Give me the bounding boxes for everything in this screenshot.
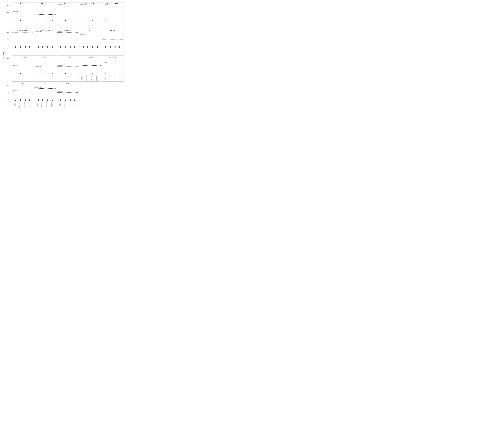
- chart-area-11: SOTA=0.390.270.260.280.32: [35, 58, 56, 74]
- x-label-17-1: 1000G (500M): [64, 102, 67, 108]
- y-axis-10: 1.00.50.0: [7, 58, 9, 74]
- sota-label-16: SOTA=0.76: [35, 87, 41, 88]
- x-label-15-0: Human ref (500M): [14, 102, 17, 108]
- chart-cell-12: H3K4me3SOTA=0.460.240.240.310.41: [57, 55, 79, 82]
- chart-title-16: H4: [35, 83, 56, 84]
- bars-container-14: 0.570.560.570.62: [102, 58, 123, 74]
- chart-area-1: SOTA=0.40.430.40.430.44: [35, 5, 56, 20]
- chart-cell-2: Promoter allSOTA=0.960.950.950.960.98: [57, 2, 79, 28]
- bar-label-11-3: 0.32: [51, 72, 54, 73]
- chart-area-2: SOTA=0.960.950.950.960.98: [57, 5, 78, 20]
- sota-label-9: SOTA=0.51: [103, 37, 108, 38]
- sota-line-9: [102, 39, 123, 39]
- chart-cell-5: Splice site all1.00.50.0SOTA=0.960.970.9…: [12, 29, 34, 55]
- sota-line-2: [57, 6, 78, 6]
- bars-container-2: 0.950.950.960.98: [57, 5, 78, 20]
- bar-label-5-3: 0.98: [28, 46, 32, 47]
- bar-label-17-2: 0.41: [68, 99, 72, 100]
- bar-label-13-0: 0.45: [81, 72, 85, 73]
- chart-cell-8: H3SOTA=0.730.720.740.750.79: [79, 29, 101, 55]
- chart-cell-1: Enhancer typesSOTA=0.40.430.40.430.44: [34, 2, 56, 28]
- bar-label-6-0: 0.96: [36, 46, 40, 47]
- bar-label-7-1: 0.97: [64, 46, 67, 47]
- bar-label-12-1: 0.24: [64, 72, 67, 73]
- bar-label-3-0: 0.94: [81, 19, 85, 20]
- sota-label-8: SOTA=0.73: [80, 34, 86, 35]
- bar-label-12-3: 0.41: [73, 72, 76, 73]
- y-axis-0: 1.00.50.0: [7, 5, 9, 20]
- chart-cell-11: H3K4me2SOTA=0.390.270.260.280.32: [34, 55, 56, 82]
- bar-label-5-1: 0.97: [19, 46, 22, 47]
- bar-label-17-0: 0.33: [59, 99, 62, 100]
- chart-cell-13: H3K36me3SOTA=0.540.450.470.530.62Human r…: [79, 55, 101, 82]
- chart-title-12: H3K4me3: [57, 56, 78, 58]
- y-axis-title: Performance: [2, 52, 4, 59]
- y-axis-15: 1.00.50.0: [7, 85, 9, 100]
- chart-title-15: H3K9ac: [12, 83, 33, 84]
- x-label-15-1: 1000G (500M): [19, 102, 22, 108]
- sota-label-14: SOTA=0.65: [103, 62, 108, 63]
- bars-container-3: 0.940.940.960.96: [80, 5, 101, 20]
- bar-label-3-2: 0.96: [91, 19, 94, 20]
- bar-label-14-3: 0.62: [118, 72, 121, 73]
- bar-label-12-2: 0.31: [68, 72, 72, 73]
- bar-label-9-3: 0.54: [118, 46, 121, 47]
- bars-container-5: 0.970.970.980.98: [12, 32, 33, 47]
- bar-label-14-0: 0.57: [104, 72, 107, 73]
- bar-label-16-1: 0.76: [41, 99, 45, 100]
- bar-label-8-2: 0.75: [91, 46, 94, 47]
- bar-label-14-2: 0.57: [113, 72, 117, 73]
- bars-container-15: 0.450.480.490.55: [12, 85, 33, 100]
- chart-cell-9: H3K14acSOTA=0.510.370.380.450.54: [102, 29, 124, 55]
- chart-cell-0: Enhancer1.00.50.0SOTA=0.510.50.510.550.5…: [12, 2, 34, 28]
- x-label-17-0: Human ref (500M): [59, 102, 62, 108]
- chart-area-13: SOTA=0.540.450.470.530.62: [80, 58, 101, 74]
- bar-label-4-0: 0.95: [104, 19, 107, 20]
- bar-label-8-0: 0.72: [81, 46, 85, 47]
- chart-grid: Enhancer1.00.50.0SOTA=0.510.50.510.550.5…: [6, 2, 124, 108]
- bar-label-11-2: 0.28: [46, 72, 49, 73]
- bars-container-13: 0.450.470.530.62: [80, 58, 101, 74]
- bar-label-17-1: 0.34: [64, 99, 67, 100]
- sota-line-8: [80, 36, 101, 36]
- chart-area-16: SOTA=0.760.750.760.790.81: [35, 85, 56, 100]
- chart-area-14: SOTA=0.650.570.560.570.62: [102, 58, 123, 74]
- sota-label-13: SOTA=0.54: [80, 63, 86, 65]
- sota-line-13: [80, 65, 101, 66]
- bar-label-15-3: 0.55: [28, 99, 32, 100]
- x-label-16-2: 1000G (2.5B): [46, 102, 50, 108]
- bar-label-2-1: 0.95: [64, 19, 67, 20]
- x-label-15-2: 1000G (2.5B): [24, 102, 27, 108]
- x-label-16-3: Multispecies (2.5B): [51, 102, 54, 108]
- sota-line-7: [57, 33, 78, 33]
- chart-title-0: Enhancer: [12, 3, 33, 5]
- chart-area-7: SOTA=0.950.970.970.980.99: [57, 32, 78, 47]
- sota-line-11: [35, 68, 56, 68]
- bar-label-17-3: 0.49: [73, 99, 76, 100]
- bar-label-6-1: 0.97: [41, 46, 45, 47]
- bars-container-12: 0.240.240.310.41: [57, 58, 78, 74]
- chart-area-8: SOTA=0.730.720.740.750.79: [80, 32, 101, 47]
- bar-label-2-0: 0.95: [59, 19, 62, 20]
- chart-title-13: H3K36me3: [80, 56, 101, 58]
- bar-label-10-3: 0.54: [28, 72, 32, 73]
- bar-label-1-3: 0.44: [51, 19, 54, 20]
- bar-label-10-0: 0.36: [14, 72, 18, 73]
- sota-line-6: [35, 33, 56, 33]
- chart-title-14: H3K79me3: [102, 56, 123, 58]
- x-label-15-3: Multispecies (2.5B): [29, 102, 32, 108]
- bar-label-0-3: 0.55: [28, 19, 32, 20]
- bar-label-0-2: 0.55: [24, 19, 27, 20]
- x-axis-16: Human ref (500M)1000G (500M)1000G (2.5B)…: [34, 102, 56, 108]
- sota-label-1: SOTA=0.4: [35, 12, 40, 14]
- x-axis-13: Human ref (500M)1000G (500M)1000G (2.5B)…: [79, 75, 101, 81]
- chart-cell-14: H3K79me3SOTA=0.650.570.560.570.62Human r…: [102, 55, 124, 82]
- sota-line-16: [35, 89, 56, 89]
- bar-label-9-0: 0.37: [104, 46, 107, 47]
- x-label-14-2: 1000G (2.5B): [113, 75, 117, 81]
- bar-label-2-3: 0.98: [73, 19, 76, 20]
- bar-label-13-3: 0.62: [96, 72, 99, 73]
- y-axis-5: 1.00.50.0: [7, 32, 9, 47]
- bar-label-11-0: 0.27: [36, 72, 40, 73]
- chart-cell-17: H4acSOTA=0.50.330.340.410.49Human ref (5…: [57, 82, 79, 108]
